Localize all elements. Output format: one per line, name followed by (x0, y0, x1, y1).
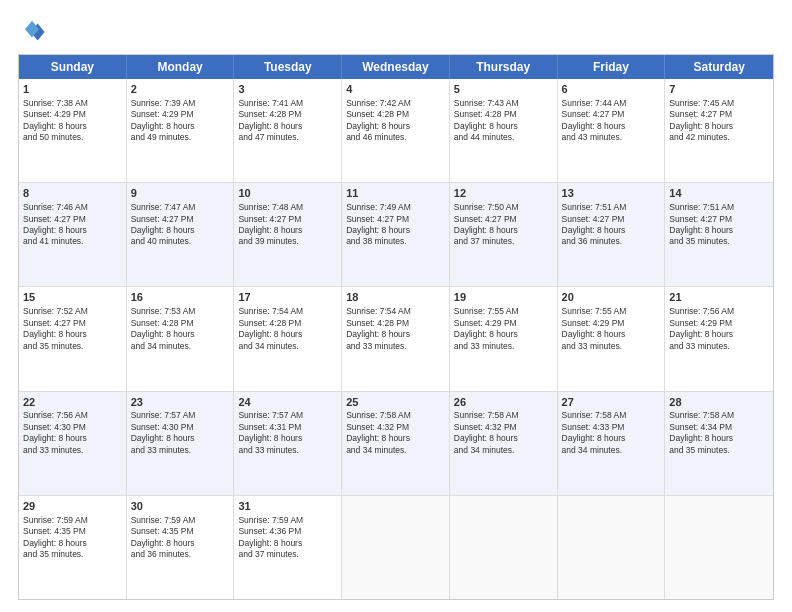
day-cell-24: 24Sunrise: 7:57 AMSunset: 4:31 PMDayligh… (234, 392, 342, 495)
day-info-line: Sunrise: 7:44 AM (562, 98, 661, 109)
day-info-line: Sunrise: 7:52 AM (23, 306, 122, 317)
day-cell-25: 25Sunrise: 7:58 AMSunset: 4:32 PMDayligh… (342, 392, 450, 495)
calendar: SundayMondayTuesdayWednesdayThursdayFrid… (18, 54, 774, 600)
day-number: 6 (562, 82, 661, 97)
header-day-tuesday: Tuesday (234, 55, 342, 79)
day-cell-19: 19Sunrise: 7:55 AMSunset: 4:29 PMDayligh… (450, 287, 558, 390)
day-number: 17 (238, 290, 337, 305)
header-day-wednesday: Wednesday (342, 55, 450, 79)
day-info-line: Daylight: 8 hours (454, 225, 553, 236)
day-number: 24 (238, 395, 337, 410)
day-info-line: and 40 minutes. (131, 236, 230, 247)
day-info-line: and 35 minutes. (23, 341, 122, 352)
day-info-line: Sunrise: 7:46 AM (23, 202, 122, 213)
day-number: 1 (23, 82, 122, 97)
day-info-line: and 37 minutes. (454, 236, 553, 247)
day-info-line: and 34 minutes. (131, 341, 230, 352)
day-number: 11 (346, 186, 445, 201)
calendar-row-1: 1Sunrise: 7:38 AMSunset: 4:29 PMDaylight… (19, 79, 773, 183)
day-info-line: and 46 minutes. (346, 132, 445, 143)
day-cell-31: 31Sunrise: 7:59 AMSunset: 4:36 PMDayligh… (234, 496, 342, 599)
day-info-line: Sunset: 4:32 PM (346, 422, 445, 433)
day-info-line: Sunrise: 7:58 AM (346, 410, 445, 421)
day-info-line: Sunrise: 7:54 AM (238, 306, 337, 317)
day-cell-5: 5Sunrise: 7:43 AMSunset: 4:28 PMDaylight… (450, 79, 558, 182)
day-info-line: Sunset: 4:35 PM (131, 526, 230, 537)
day-info-line: Sunset: 4:35 PM (23, 526, 122, 537)
day-info-line: Sunrise: 7:59 AM (131, 515, 230, 526)
day-info-line: Daylight: 8 hours (238, 433, 337, 444)
day-info-line: Sunrise: 7:55 AM (562, 306, 661, 317)
day-number: 30 (131, 499, 230, 514)
day-cell-18: 18Sunrise: 7:54 AMSunset: 4:28 PMDayligh… (342, 287, 450, 390)
day-info-line: Sunset: 4:31 PM (238, 422, 337, 433)
day-cell-10: 10Sunrise: 7:48 AMSunset: 4:27 PMDayligh… (234, 183, 342, 286)
day-number: 3 (238, 82, 337, 97)
day-info-line: Sunset: 4:28 PM (238, 318, 337, 329)
day-cell-20: 20Sunrise: 7:55 AMSunset: 4:29 PMDayligh… (558, 287, 666, 390)
day-info-line: Sunrise: 7:43 AM (454, 98, 553, 109)
day-info-line: Daylight: 8 hours (562, 329, 661, 340)
day-info-line: Sunset: 4:33 PM (562, 422, 661, 433)
day-info-line: Sunrise: 7:58 AM (454, 410, 553, 421)
day-info-line: Sunset: 4:28 PM (131, 318, 230, 329)
empty-cell-4-4 (450, 496, 558, 599)
day-cell-22: 22Sunrise: 7:56 AMSunset: 4:30 PMDayligh… (19, 392, 127, 495)
header-day-sunday: Sunday (19, 55, 127, 79)
day-info-line: Sunset: 4:30 PM (131, 422, 230, 433)
day-info-line: Sunrise: 7:54 AM (346, 306, 445, 317)
day-cell-8: 8Sunrise: 7:46 AMSunset: 4:27 PMDaylight… (19, 183, 127, 286)
day-info-line: Daylight: 8 hours (562, 433, 661, 444)
empty-cell-4-3 (342, 496, 450, 599)
logo-icon (18, 18, 46, 46)
day-info-line: Sunrise: 7:42 AM (346, 98, 445, 109)
day-info-line: Daylight: 8 hours (346, 121, 445, 132)
day-info-line: Sunset: 4:27 PM (669, 214, 769, 225)
day-number: 16 (131, 290, 230, 305)
day-info-line: Sunset: 4:28 PM (346, 109, 445, 120)
day-info-line: Sunset: 4:27 PM (562, 214, 661, 225)
day-info-line: Sunset: 4:32 PM (454, 422, 553, 433)
day-info-line: Daylight: 8 hours (669, 433, 769, 444)
day-info-line: and 33 minutes. (454, 341, 553, 352)
day-info-line: Sunrise: 7:53 AM (131, 306, 230, 317)
day-info-line: and 33 minutes. (562, 341, 661, 352)
day-info-line: Sunrise: 7:55 AM (454, 306, 553, 317)
day-info-line: Sunset: 4:29 PM (23, 109, 122, 120)
day-number: 14 (669, 186, 769, 201)
day-info-line: and 42 minutes. (669, 132, 769, 143)
day-info-line: Sunset: 4:29 PM (669, 318, 769, 329)
calendar-row-4: 22Sunrise: 7:56 AMSunset: 4:30 PMDayligh… (19, 392, 773, 496)
day-info-line: Sunrise: 7:45 AM (669, 98, 769, 109)
header-day-friday: Friday (558, 55, 666, 79)
day-number: 12 (454, 186, 553, 201)
day-info-line: and 34 minutes. (238, 341, 337, 352)
day-info-line: and 38 minutes. (346, 236, 445, 247)
day-info-line: Sunrise: 7:59 AM (238, 515, 337, 526)
day-info-line: Daylight: 8 hours (454, 121, 553, 132)
day-number: 31 (238, 499, 337, 514)
day-info-line: Daylight: 8 hours (23, 225, 122, 236)
day-number: 8 (23, 186, 122, 201)
day-cell-2: 2Sunrise: 7:39 AMSunset: 4:29 PMDaylight… (127, 79, 235, 182)
day-number: 29 (23, 499, 122, 514)
day-info-line: Sunrise: 7:47 AM (131, 202, 230, 213)
day-number: 19 (454, 290, 553, 305)
day-info-line: Sunset: 4:34 PM (669, 422, 769, 433)
day-info-line: and 33 minutes. (23, 445, 122, 456)
day-info-line: and 34 minutes. (346, 445, 445, 456)
day-info-line: and 41 minutes. (23, 236, 122, 247)
day-cell-3: 3Sunrise: 7:41 AMSunset: 4:28 PMDaylight… (234, 79, 342, 182)
day-info-line: Sunset: 4:29 PM (131, 109, 230, 120)
header (18, 18, 774, 46)
empty-cell-4-6 (665, 496, 773, 599)
day-number: 22 (23, 395, 122, 410)
day-cell-16: 16Sunrise: 7:53 AMSunset: 4:28 PMDayligh… (127, 287, 235, 390)
day-info-line: Sunset: 4:27 PM (346, 214, 445, 225)
day-cell-9: 9Sunrise: 7:47 AMSunset: 4:27 PMDaylight… (127, 183, 235, 286)
day-cell-29: 29Sunrise: 7:59 AMSunset: 4:35 PMDayligh… (19, 496, 127, 599)
day-number: 4 (346, 82, 445, 97)
day-info-line: Sunset: 4:36 PM (238, 526, 337, 537)
page: SundayMondayTuesdayWednesdayThursdayFrid… (0, 0, 792, 612)
day-info-line: Sunset: 4:28 PM (454, 109, 553, 120)
